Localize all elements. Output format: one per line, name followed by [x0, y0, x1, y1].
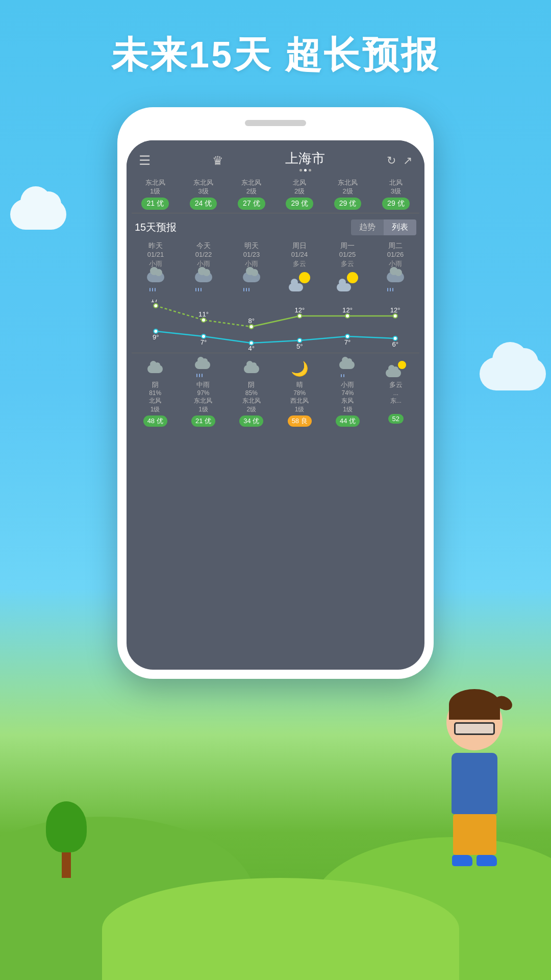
high-line-solid: [252, 316, 395, 327]
day-col-4: 周一 01/25 多云: [323, 239, 371, 298]
bot-icon-1: [180, 359, 227, 379]
divider-2: [132, 353, 419, 353]
svg-text:12°: 12°: [294, 306, 305, 314]
tab-trend[interactable]: 趋势: [351, 219, 384, 235]
cloud-right: [480, 357, 546, 390]
bottom-cell-5: 多云 ... 东... 52: [372, 359, 419, 427]
cloud-left: [10, 199, 66, 230]
high-dot-3: [297, 314, 302, 318]
tree-top: [46, 801, 87, 852]
character: [418, 694, 531, 909]
share-icon[interactable]: ↗: [403, 154, 412, 167]
bottom-cell-1: 中雨 97% 东北风1级 21 优: [180, 359, 227, 427]
bot-icon-5: [372, 359, 419, 379]
weather-icon-1: [181, 271, 227, 293]
bot-icon-4: [324, 359, 371, 379]
phone-mockup: ☰ ♛ 上海市 ↻ ↗ 东北风1级: [117, 107, 434, 679]
weather-icon-3: [277, 271, 322, 293]
temp-chart-svg: 17° 11° 8° 12° 12° 12° 9° 7° 4° 5° 7° 6°: [132, 300, 419, 351]
city-name: 上海市: [285, 150, 325, 167]
forecast-tabs: 趋势 列表: [351, 219, 416, 235]
aqi-badge-3: 29 优: [286, 198, 313, 210]
wind-cell-5: 北风3级 29 优: [372, 179, 419, 210]
aqi-badge-5: 29 优: [382, 198, 409, 210]
phone-screen: ☰ ♛ 上海市 ↻ ↗ 东北风1级: [127, 140, 424, 670]
svg-text:6°: 6°: [392, 340, 398, 348]
temperature-chart: 17° 11° 8° 12° 12° 12° 9° 7° 4° 5° 7° 6°: [127, 300, 424, 351]
wind-cell-2: 东北风2级 27 优: [228, 179, 275, 210]
forecast-title: 15天预报: [135, 220, 177, 234]
header-right-icons: ↻ ↗: [387, 154, 412, 167]
dot-1: [299, 169, 302, 172]
bottom-aqi-3: 58 良: [288, 415, 312, 427]
bottom-cell-3: 🌙 晴 78% 西北风1级 58 良: [276, 359, 323, 427]
weather-icon-5: [372, 271, 418, 293]
bot-icon-0: [132, 359, 179, 379]
day-col-1: 今天 01/22 小雨: [180, 239, 228, 298]
bottom-aqi-0: 48 优: [143, 415, 167, 427]
low-dot-5: [393, 336, 397, 340]
app-header: ☰ ♛ 上海市 ↻ ↗: [127, 140, 424, 176]
svg-text:9°: 9°: [153, 333, 159, 341]
bot-icon-3: 🌙: [276, 359, 323, 379]
day-col-2: 明天 01/23 小雨: [228, 239, 276, 298]
wind-cell-0: 东北风1级 21 优: [132, 179, 179, 210]
forecast-header: 15天预报 趋势 列表: [127, 213, 424, 239]
svg-text:12°: 12°: [390, 306, 400, 314]
day-col-5: 周二 01/26 小雨: [371, 239, 419, 298]
svg-text:7°: 7°: [344, 338, 351, 346]
dot-2: [304, 169, 307, 172]
menu-icon[interactable]: ☰: [139, 153, 151, 168]
low-dot-3: [297, 338, 302, 342]
high-dot-1: [202, 318, 206, 322]
background: 未来15天 超长预报 ☰ ♛ 上海市 ↻ ↗: [0, 0, 551, 980]
character-hair: [449, 689, 500, 720]
svg-text:11°: 11°: [198, 310, 209, 318]
svg-text:12°: 12°: [342, 306, 353, 314]
svg-text:17°: 17°: [151, 300, 161, 304]
bottom-cell-0: 阴 81% 北风1级 48 优: [132, 359, 179, 427]
high-dot-0: [154, 304, 158, 308]
dot-3: [309, 169, 311, 172]
svg-text:5°: 5°: [296, 342, 303, 350]
bot-icon-2: [228, 359, 275, 379]
city-section: 上海市: [285, 150, 325, 172]
aqi-badge-4: 29 优: [334, 198, 361, 210]
bottom-weather-grid: 阴 81% 北风1级 48 优: [127, 355, 424, 429]
low-dot-4: [345, 334, 349, 338]
wind-cell-4: 东北风2级 29 优: [324, 179, 371, 210]
low-line: [156, 331, 395, 343]
bottom-aqi-5: 52: [388, 414, 404, 424]
bottom-aqi-4: 44 优: [336, 415, 360, 427]
character-pants: [453, 814, 496, 855]
day-col-0: 昨天 01/21 小雨: [132, 239, 180, 298]
day-col-3: 周日 01/24 多云: [276, 239, 323, 298]
svg-text:7°: 7°: [201, 338, 207, 346]
character-shoe-right: [477, 855, 497, 866]
wind-cell-1: 东北风3级 24 优: [180, 179, 227, 210]
tree-trunk: [62, 852, 71, 878]
weather-icon-0: [133, 271, 179, 293]
high-dot-2: [249, 325, 254, 329]
aqi-badge-0: 21 优: [141, 198, 168, 210]
weather-icon-2: [229, 271, 274, 293]
character-shoe-left: [452, 855, 472, 866]
svg-text:4°: 4°: [248, 345, 255, 351]
tab-list[interactable]: 列表: [384, 219, 416, 235]
aqi-badge-2: 27 优: [238, 198, 265, 210]
svg-text:8°: 8°: [248, 317, 255, 325]
weather-icon-4: [324, 271, 370, 293]
crown-icon[interactable]: ♛: [212, 154, 223, 168]
low-dot-1: [202, 334, 206, 338]
bottom-cell-4: 小雨 74% 东风1级 44 优: [324, 359, 371, 427]
hill-center: [102, 878, 459, 980]
bottom-cell-2: 阴 85% 东北风2级 34 优: [228, 359, 275, 427]
character-glasses: [454, 722, 495, 735]
low-dot-0: [154, 329, 158, 333]
phone-notch: [245, 120, 306, 126]
refresh-icon[interactable]: ↻: [387, 154, 396, 167]
character-body: [452, 753, 497, 814]
wind-aqi-row: 东北风1级 21 优 东北风3级 24 优 东北风2级 27 优 北风2级 29…: [127, 176, 424, 213]
character-head: [446, 694, 503, 750]
page-title: 未来15天 超长预报: [0, 31, 551, 80]
